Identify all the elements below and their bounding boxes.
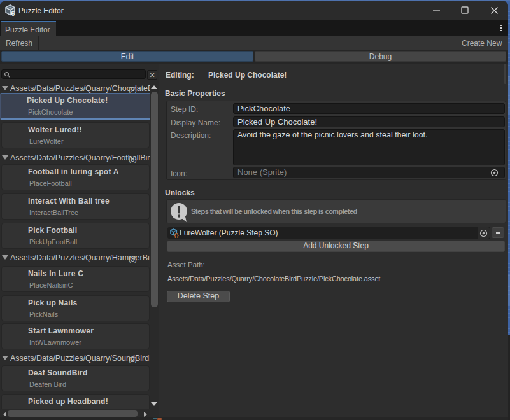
svg-text:6: 6 bbox=[11, 10, 15, 17]
svg-text:{}: {} bbox=[174, 232, 180, 239]
